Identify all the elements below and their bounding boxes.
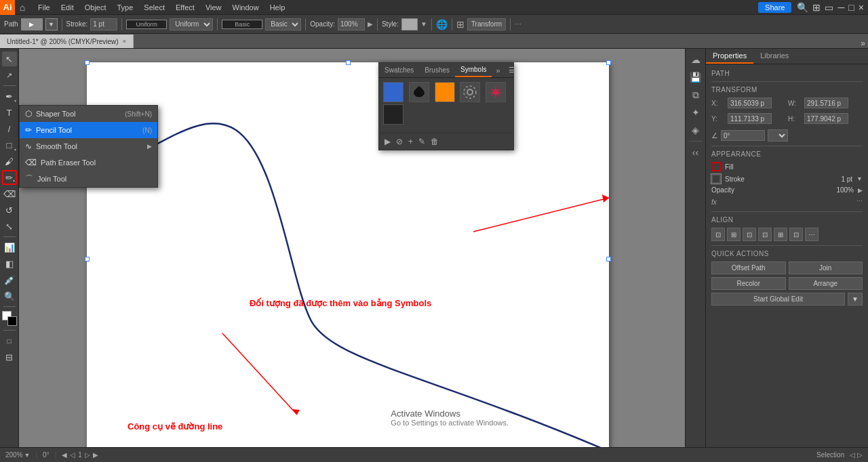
symbol-item-6[interactable] [383, 104, 403, 125]
menu-edit[interactable]: Edit [56, 0, 79, 15]
handle-tm[interactable] [346, 60, 351, 65]
handle-tl[interactable] [85, 60, 90, 65]
stroke-type-select[interactable]: Uniform [170, 18, 213, 30]
next-page-icon[interactable]: ▷ [85, 451, 90, 459]
stroke-value[interactable]: 1 pt [841, 175, 852, 183]
symbol-item-4[interactable] [460, 82, 480, 102]
prev-page-icon[interactable]: ◀ [62, 451, 67, 459]
graph-tool[interactable]: 📊 [2, 240, 17, 255]
style-arrow[interactable]: ▼ [420, 20, 427, 28]
menu-type[interactable]: Type [112, 0, 139, 15]
more-align-icon[interactable]: ⋯ [805, 228, 818, 241]
properties-tab[interactable]: Properties [706, 49, 753, 64]
pencil-tool-item[interactable]: ✏ Pencil Tool (N) [20, 122, 157, 138]
recolor-button[interactable]: Recolor [711, 277, 786, 290]
stroke-down-icon[interactable]: ▼ [856, 175, 863, 182]
rp-collapse-icon[interactable]: ‹‹ [688, 144, 704, 161]
zoom-control[interactable]: 200% ▼ [5, 451, 31, 459]
angle-select[interactable] [768, 129, 788, 142]
selection-tool[interactable]: ↖ [2, 51, 17, 66]
symbols-tab[interactable]: Symbols [455, 63, 492, 77]
scale-tool[interactable]: ⤡ [2, 219, 17, 234]
fx-more-icon[interactable]: ⋯ [856, 198, 863, 205]
align-bottom-btn[interactable]: ⊡ [789, 228, 803, 241]
global-edit-options-btn[interactable]: ▼ [848, 293, 863, 306]
stroke-preview[interactable]: Uniform [126, 20, 167, 29]
symbol-item-2[interactable] [409, 82, 429, 102]
close-icon[interactable]: × [859, 2, 864, 13]
stroke-style-preview[interactable]: Basic [222, 20, 262, 29]
screen-modes[interactable]: ⊟ [2, 350, 17, 364]
restore-icon[interactable]: □ [848, 2, 854, 13]
more-options-icon[interactable]: ⋯ [515, 20, 521, 28]
style-swatch[interactable] [401, 18, 418, 30]
pen-tool[interactable]: ✒ ▾ [2, 89, 17, 104]
path-options-btn[interactable]: ▼ [45, 18, 58, 30]
shaper-tool-item[interactable]: ⬡ Shaper Tool (Shift+N) [20, 106, 157, 122]
search-icon[interactable]: 🔍 [797, 2, 808, 13]
join-tool-item[interactable]: ⌒ Join Tool [20, 171, 157, 187]
transform-button[interactable]: Transform [467, 18, 506, 30]
opacity-arrow[interactable]: ▶ [368, 20, 373, 28]
transform-icons[interactable]: ⊞ [456, 19, 465, 30]
prev-page-icon2[interactable]: ◁ [70, 451, 75, 459]
gradient-tool[interactable]: ◧ [2, 256, 17, 271]
menu-view[interactable]: View [200, 0, 227, 15]
next-page-icon2[interactable]: ▶ [93, 451, 98, 459]
eraser-tool[interactable]: ⌫ [2, 186, 17, 201]
h-input[interactable] [804, 113, 848, 124]
zoom-tool[interactable]: 🔍 [2, 289, 17, 303]
menu-object[interactable]: Object [79, 0, 112, 15]
handle-mr[interactable] [606, 257, 611, 261]
path-eraser-tool-item[interactable]: ⌫ Path Eraser Tool [20, 154, 157, 171]
y-input[interactable] [728, 113, 772, 124]
pencil-tool[interactable]: ✏ ▾ [2, 170, 17, 185]
tab-toggle-icon[interactable]: » [861, 39, 865, 48]
join-button[interactable]: Join [789, 261, 863, 274]
swatches-tab[interactable]: Swatches [379, 64, 419, 77]
paintbrush-tool[interactable]: 🖌 [2, 154, 17, 169]
color-swatches[interactable] [2, 311, 17, 326]
globe-icon[interactable]: 🌐 [436, 19, 448, 30]
align-center-h-btn[interactable]: ⊞ [727, 228, 741, 241]
align-left-btn[interactable]: ⊡ [711, 228, 725, 241]
libraries-tab[interactable]: Libraries [753, 49, 795, 64]
align-right-btn[interactable]: ⊡ [743, 228, 756, 241]
rp-layers-icon[interactable]: ⧉ [688, 87, 704, 103]
start-global-edit-button[interactable]: Start Global Edit [711, 293, 845, 306]
direct-selection-tool[interactable]: ↗ [2, 68, 17, 83]
nav-arrows[interactable]: ◁ ▷ [850, 451, 863, 459]
menu-file[interactable]: File [33, 0, 56, 15]
minimize-icon[interactable]: ─ [837, 2, 844, 13]
align-top-btn[interactable]: ⊡ [758, 228, 772, 241]
home-icon[interactable]: ⌂ [15, 0, 30, 15]
w-input[interactable] [804, 98, 848, 108]
opacity-right-icon[interactable]: ▶ [858, 187, 863, 194]
stroke-style-select[interactable]: Basic [265, 18, 301, 30]
rotate-tool[interactable]: ↺ [2, 203, 17, 217]
background-swatch[interactable] [7, 316, 17, 326]
opacity-input[interactable] [338, 18, 365, 30]
align-center-v-btn[interactable]: ⊞ [774, 228, 787, 241]
arrange-icon[interactable]: ▭ [825, 2, 833, 13]
line-tool[interactable]: / [2, 121, 17, 136]
panel-more-icon[interactable]: » [492, 64, 504, 77]
menu-effect[interactable]: Effect [170, 0, 200, 15]
handle-tr[interactable] [606, 60, 611, 65]
symbol-item-1[interactable] [383, 82, 403, 102]
sym-new-btn[interactable]: + [407, 135, 414, 148]
sym-edit-btn[interactable]: ✎ [417, 135, 427, 148]
rotation-control[interactable]: 0° [43, 451, 50, 459]
tab-close-icon[interactable]: × [123, 38, 126, 45]
smooth-tool-item[interactable]: ∿ Smooth Tool ▶ [20, 138, 157, 154]
type-tool[interactable]: T [2, 105, 17, 120]
sym-delete-btn[interactable]: 🗑 [429, 135, 440, 148]
zoom-arrow[interactable]: ▼ [24, 452, 31, 459]
menu-help[interactable]: Help [264, 0, 291, 15]
rp-save-icon[interactable]: 💾 [688, 69, 704, 85]
rp-cloud-icon[interactable]: ☁ [688, 51, 704, 68]
arrange-button[interactable]: Arrange [789, 277, 863, 290]
rp-effects-icon[interactable]: ✦ [688, 104, 704, 121]
eyedropper-tool[interactable]: 💉 [2, 272, 17, 287]
path-color-swatch[interactable]: ▶ [21, 18, 43, 30]
